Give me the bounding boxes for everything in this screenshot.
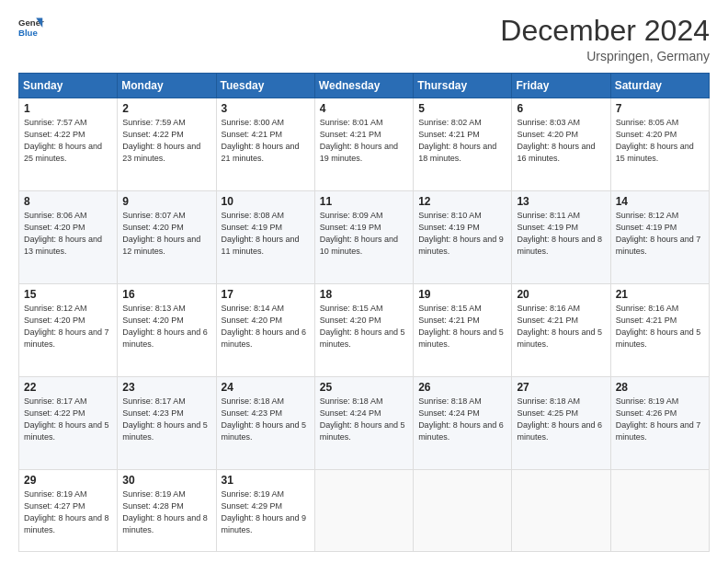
- day-number: 3: [222, 102, 310, 115]
- col-saturday: Saturday: [610, 74, 709, 98]
- day-info: Sunrise: 8:19 AMSunset: 4:29 PMDaylight:…: [222, 488, 310, 536]
- day-number: 16: [122, 288, 210, 301]
- day-number: 15: [24, 288, 112, 301]
- day-number: 24: [222, 381, 310, 394]
- table-row: 16Sunrise: 8:13 AMSunset: 4:20 PMDayligh…: [118, 284, 216, 377]
- header: General Blue December 2024 Urspringen, G…: [18, 15, 710, 63]
- day-number: 11: [320, 195, 408, 208]
- day-info: Sunrise: 8:11 AMSunset: 4:19 PMDaylight:…: [517, 210, 605, 258]
- day-number: 10: [222, 195, 310, 208]
- day-info: Sunrise: 8:15 AMSunset: 4:20 PMDaylight:…: [320, 303, 408, 350]
- day-number: 1: [24, 102, 112, 115]
- day-info: Sunrise: 8:16 AMSunset: 4:21 PMDaylight:…: [616, 303, 704, 350]
- day-info: Sunrise: 8:16 AMSunset: 4:21 PMDaylight:…: [517, 303, 605, 350]
- day-info: Sunrise: 8:08 AMSunset: 4:19 PMDaylight:…: [222, 210, 310, 258]
- table-row: 15Sunrise: 8:12 AMSunset: 4:20 PMDayligh…: [19, 284, 118, 377]
- table-row: 13Sunrise: 8:11 AMSunset: 4:19 PMDayligh…: [512, 191, 610, 284]
- day-info: Sunrise: 8:19 AMSunset: 4:27 PMDaylight:…: [24, 488, 112, 536]
- logo: General Blue: [18, 15, 44, 40]
- table-row: 19Sunrise: 8:15 AMSunset: 4:21 PMDayligh…: [414, 284, 512, 377]
- day-info: Sunrise: 8:01 AMSunset: 4:21 PMDaylight:…: [320, 117, 408, 165]
- day-number: 28: [616, 381, 704, 394]
- day-info: Sunrise: 8:06 AMSunset: 4:20 PMDaylight:…: [24, 210, 112, 258]
- day-number: 23: [122, 381, 210, 394]
- day-number: 27: [517, 381, 605, 394]
- day-number: 26: [418, 381, 506, 394]
- col-wednesday: Wednesday: [314, 74, 413, 98]
- table-row: 26Sunrise: 8:18 AMSunset: 4:24 PMDayligh…: [414, 377, 512, 470]
- day-info: Sunrise: 8:18 AMSunset: 4:23 PMDaylight:…: [222, 396, 310, 443]
- table-row: 8Sunrise: 8:06 AMSunset: 4:20 PMDaylight…: [19, 191, 118, 284]
- table-row: 9Sunrise: 8:07 AMSunset: 4:20 PMDaylight…: [118, 191, 216, 284]
- day-number: 12: [418, 195, 506, 208]
- page: General Blue December 2024 Urspringen, G…: [0, 0, 728, 563]
- day-info: Sunrise: 7:59 AMSunset: 4:22 PMDaylight:…: [122, 117, 210, 165]
- table-row: 3Sunrise: 8:00 AMSunset: 4:21 PMDaylight…: [216, 98, 314, 191]
- day-info: Sunrise: 8:05 AMSunset: 4:20 PMDaylight:…: [616, 117, 704, 165]
- table-row: 24Sunrise: 8:18 AMSunset: 4:23 PMDayligh…: [216, 377, 314, 470]
- day-info: Sunrise: 8:09 AMSunset: 4:19 PMDaylight:…: [320, 210, 408, 258]
- day-info: Sunrise: 8:03 AMSunset: 4:20 PMDaylight:…: [517, 117, 605, 165]
- table-row: 18Sunrise: 8:15 AMSunset: 4:20 PMDayligh…: [314, 284, 413, 377]
- day-number: 30: [122, 474, 210, 487]
- title-block: December 2024 Urspringen, Germany: [500, 15, 710, 63]
- day-number: 22: [24, 381, 112, 394]
- table-row: [314, 470, 413, 552]
- day-number: 8: [24, 195, 112, 208]
- table-row: 30Sunrise: 8:19 AMSunset: 4:28 PMDayligh…: [118, 470, 216, 552]
- table-row: 6Sunrise: 8:03 AMSunset: 4:20 PMDaylight…: [512, 98, 610, 191]
- table-row: 4Sunrise: 8:01 AMSunset: 4:21 PMDaylight…: [314, 98, 413, 191]
- month-title: December 2024: [500, 15, 710, 47]
- table-row: 1Sunrise: 7:57 AMSunset: 4:22 PMDaylight…: [19, 98, 118, 191]
- calendar-table: Sunday Monday Tuesday Wednesday Thursday…: [18, 73, 710, 552]
- table-row: 27Sunrise: 8:18 AMSunset: 4:25 PMDayligh…: [512, 377, 610, 470]
- day-number: 5: [418, 102, 506, 115]
- col-sunday: Sunday: [19, 74, 118, 98]
- day-info: Sunrise: 7:57 AMSunset: 4:22 PMDaylight:…: [24, 117, 112, 165]
- day-info: Sunrise: 8:15 AMSunset: 4:21 PMDaylight:…: [418, 303, 506, 350]
- day-info: Sunrise: 8:18 AMSunset: 4:25 PMDaylight:…: [517, 396, 605, 443]
- day-number: 7: [616, 102, 704, 115]
- day-number: 4: [320, 102, 408, 115]
- table-row: 7Sunrise: 8:05 AMSunset: 4:20 PMDaylight…: [610, 98, 709, 191]
- day-info: Sunrise: 8:17 AMSunset: 4:22 PMDaylight:…: [24, 396, 112, 443]
- table-row: 29Sunrise: 8:19 AMSunset: 4:27 PMDayligh…: [19, 470, 118, 552]
- svg-text:Blue: Blue: [18, 28, 38, 38]
- day-info: Sunrise: 8:13 AMSunset: 4:20 PMDaylight:…: [122, 303, 210, 350]
- col-monday: Monday: [118, 74, 216, 98]
- day-info: Sunrise: 8:10 AMSunset: 4:19 PMDaylight:…: [418, 210, 506, 258]
- location-subtitle: Urspringen, Germany: [500, 49, 710, 63]
- table-row: 17Sunrise: 8:14 AMSunset: 4:20 PMDayligh…: [216, 284, 314, 377]
- col-thursday: Thursday: [414, 74, 512, 98]
- day-info: Sunrise: 8:19 AMSunset: 4:28 PMDaylight:…: [122, 488, 210, 536]
- table-row: [610, 470, 709, 552]
- logo-icon: General Blue: [18, 15, 44, 40]
- day-info: Sunrise: 8:12 AMSunset: 4:19 PMDaylight:…: [616, 210, 704, 258]
- table-row: 22Sunrise: 8:17 AMSunset: 4:22 PMDayligh…: [19, 377, 118, 470]
- day-number: 2: [122, 102, 210, 115]
- day-number: 25: [320, 381, 408, 394]
- day-info: Sunrise: 8:12 AMSunset: 4:20 PMDaylight:…: [24, 303, 112, 350]
- table-row: 12Sunrise: 8:10 AMSunset: 4:19 PMDayligh…: [414, 191, 512, 284]
- table-row: 31Sunrise: 8:19 AMSunset: 4:29 PMDayligh…: [216, 470, 314, 552]
- day-info: Sunrise: 8:00 AMSunset: 4:21 PMDaylight:…: [222, 117, 310, 165]
- day-number: 19: [418, 288, 506, 301]
- table-row: 21Sunrise: 8:16 AMSunset: 4:21 PMDayligh…: [610, 284, 709, 377]
- day-info: Sunrise: 8:18 AMSunset: 4:24 PMDaylight:…: [418, 396, 506, 443]
- day-number: 9: [122, 195, 210, 208]
- table-row: 11Sunrise: 8:09 AMSunset: 4:19 PMDayligh…: [314, 191, 413, 284]
- table-row: 10Sunrise: 8:08 AMSunset: 4:19 PMDayligh…: [216, 191, 314, 284]
- day-number: 31: [222, 474, 310, 487]
- day-info: Sunrise: 8:07 AMSunset: 4:20 PMDaylight:…: [122, 210, 210, 258]
- table-row: [512, 470, 610, 552]
- day-number: 17: [222, 288, 310, 301]
- table-row: [414, 470, 512, 552]
- day-number: 29: [24, 474, 112, 487]
- table-row: 23Sunrise: 8:17 AMSunset: 4:23 PMDayligh…: [118, 377, 216, 470]
- table-row: 14Sunrise: 8:12 AMSunset: 4:19 PMDayligh…: [610, 191, 709, 284]
- day-number: 21: [616, 288, 704, 301]
- table-row: 28Sunrise: 8:19 AMSunset: 4:26 PMDayligh…: [610, 377, 709, 470]
- calendar-header-row: Sunday Monday Tuesday Wednesday Thursday…: [19, 74, 710, 98]
- day-number: 18: [320, 288, 408, 301]
- col-tuesday: Tuesday: [216, 74, 314, 98]
